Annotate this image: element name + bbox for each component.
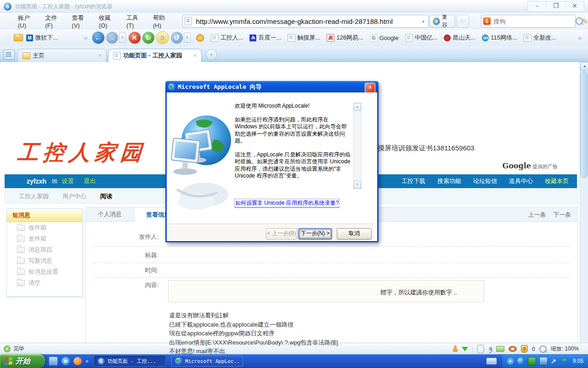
coin-icon[interactable]: [196, 34, 204, 42]
bookmark-126[interactable]: 易 126网易...: [327, 34, 363, 42]
back-button[interactable]: ←: [92, 32, 104, 44]
pinned-bookmark[interactable]: M 微软下...: [26, 34, 58, 42]
tray-globe-icon[interactable]: [517, 357, 525, 365]
url-input[interactable]: [195, 17, 420, 26]
person-icon[interactable]: [453, 345, 458, 352]
sidebar-item-outbox[interactable]: 发件箱: [7, 233, 82, 244]
tray-monitor-icon[interactable]: [539, 357, 548, 365]
bookmark-115[interactable]: 115 115网络...: [482, 34, 517, 42]
new-tab-button[interactable]: +: [206, 49, 217, 60]
quicklaunch-browser-icon[interactable]: [74, 357, 82, 365]
address-bar[interactable]: ▾: [182, 15, 429, 28]
dialog-text: 欢迎使用 Microsoft AppLocale! 如果您运行程序遇到问题，而此…: [235, 103, 351, 186]
unicode-help-link[interactable]: 如何设置非 Unicode 应用程序的系统变量?: [235, 199, 339, 207]
props-link[interactable]: 道具中心: [509, 177, 533, 185]
envelope-icon[interactable]: ✉: [52, 178, 57, 185]
history-dropdown-icon[interactable]: ▾: [119, 33, 126, 43]
dialog-scrollbar[interactable]: ▲ ▼: [353, 103, 362, 189]
home-button[interactable]: ⌂: [156, 31, 169, 44]
tray-upload-icon[interactable]: ↗: [551, 357, 558, 365]
menu-favorites[interactable]: 收藏(O): [95, 14, 122, 29]
eye-protect-icon[interactable]: [509, 346, 517, 352]
tab-home[interactable]: 主页 ×: [17, 49, 107, 62]
tab-close-icon[interactable]: ×: [193, 52, 197, 59]
folder-icon: [17, 258, 25, 264]
bookmark-gongkong[interactable]: 工控人...: [211, 34, 243, 42]
scroll-up-icon[interactable]: ▲: [354, 103, 361, 111]
stop-button[interactable]: ✕: [129, 32, 141, 44]
logout-link[interactable]: 退出: [84, 177, 96, 185]
dialog-close-button[interactable]: ×: [365, 83, 375, 93]
refresh-button[interactable]: ↻: [142, 32, 154, 44]
scroll-up-icon[interactable]: ▲: [580, 62, 588, 71]
keyboard-icon[interactable]: [486, 358, 497, 364]
forum-msg-link[interactable]: 论坛短信: [473, 177, 497, 185]
cancel-dialog-button[interactable]: 取消: [337, 228, 372, 240]
menu-file[interactable]: 文件(F): [41, 14, 68, 29]
quicklaunch-desktop-icon[interactable]: [49, 356, 58, 366]
compat-button[interactable]: e 兼容: [430, 15, 455, 28]
quicklaunch-chevron-icon[interactable]: »: [85, 358, 89, 364]
next-step-button[interactable]: 下一步(N) >: [298, 228, 332, 240]
bookmarks-overflow-icon[interactable]: »: [578, 34, 582, 41]
shield-icon[interactable]: S: [521, 345, 528, 353]
bookmark-kunshan[interactable]: 昆山天...: [444, 34, 475, 42]
prev-link[interactable]: 上一条: [528, 211, 546, 218]
go-button[interactable]: ▷: [457, 15, 469, 28]
zoom-icon[interactable]: [539, 345, 547, 353]
start-button[interactable]: 开始: [0, 354, 45, 368]
download-link[interactable]: 工控下载: [401, 177, 425, 185]
favorites-folder-icon[interactable]: [14, 34, 23, 41]
tray-umbrella-icon[interactable]: ☂: [561, 357, 569, 365]
menu-tools[interactable]: 工具(T): [122, 14, 149, 29]
task-browser[interactable]: S 功能页面 - 工控...: [94, 356, 166, 367]
bookmark-quanxin[interactable]: 全新改...: [524, 34, 556, 42]
zoom-level[interactable]: 缩放: 100%: [551, 345, 579, 353]
scrollbar-thumb[interactable]: [580, 71, 588, 178]
download-arrow-icon[interactable]: [462, 347, 468, 351]
bookmark-zhongguoyi[interactable]: 中国亿...: [405, 34, 438, 42]
bookmark-google[interactable]: G Google: [370, 34, 399, 42]
bookmark-baidu[interactable]: ⁂ 百度一...: [249, 34, 281, 42]
menu-account[interactable]: 账户(U): [14, 14, 41, 29]
tray-collapse-icon[interactable]: ‹: [507, 357, 514, 365]
next-link[interactable]: 下一条: [553, 211, 571, 218]
tab-close-icon[interactable]: ×: [98, 52, 102, 59]
search-icon[interactable]: [576, 17, 583, 25]
tab-active-page[interactable]: 功能页面 - 工控人家园 ×: [108, 49, 202, 62]
search-input[interactable]: [493, 17, 576, 25]
sidebar-item-compose[interactable]: 写新消息: [7, 255, 82, 266]
menu-view[interactable]: 查看(V): [68, 14, 95, 29]
search-box[interactable]: S: [481, 15, 576, 28]
url-dropdown-icon[interactable]: ▾: [420, 19, 426, 24]
fav-page-link[interactable]: 收藏本页: [545, 177, 569, 185]
crumb-usercenter[interactable]: 用户中心: [62, 192, 86, 201]
tray-clock[interactable]: 9:05: [573, 358, 583, 364]
settings-link[interactable]: 设置: [62, 177, 74, 185]
tab-list-icon[interactable]: [4, 50, 15, 60]
speaker-icon[interactable]: [488, 347, 492, 351]
menu-help[interactable]: 帮助(H): [149, 14, 176, 29]
scroll-down-icon[interactable]: ▼: [354, 181, 361, 189]
crumb-home[interactable]: 工控人家园: [19, 192, 49, 201]
undo-dropdown-icon[interactable]: ▾: [184, 33, 191, 43]
overflow-chevron-icon[interactable]: »: [84, 34, 88, 41]
forward-button[interactable]: →: [106, 32, 118, 44]
tray-network-icon[interactable]: [528, 357, 536, 365]
bookmark-touchscreen[interactable]: 触摸屏...: [288, 34, 320, 42]
undo-close-button[interactable]: ↺: [171, 32, 183, 44]
dialog-titlebar[interactable]: Microsoft AppLocale 向导: [165, 81, 379, 92]
tab-personal-message[interactable]: 个人消息: [86, 207, 134, 221]
close-button[interactable]: ✕: [565, 1, 584, 12]
reader-icon[interactable]: [496, 346, 504, 352]
minimize-button[interactable]: –: [528, 1, 546, 12]
mouse-gesture-icon[interactable]: [477, 345, 484, 354]
restore-button[interactable]: ❐: [546, 1, 565, 12]
quicklaunch-ie-icon[interactable]: e: [62, 357, 70, 365]
sidebar-item-clear[interactable]: 清空: [7, 277, 82, 288]
search-func-link[interactable]: 搜索功能: [437, 177, 461, 185]
sidebar-item-inbox[interactable]: 收件箱: [7, 222, 82, 233]
task-applocale[interactable]: Microsoft AppLoc...: [171, 356, 243, 367]
sidebar-item-track[interactable]: 消息跟踪: [7, 244, 82, 255]
sidebar-item-settings[interactable]: 短消息设置: [7, 266, 82, 277]
